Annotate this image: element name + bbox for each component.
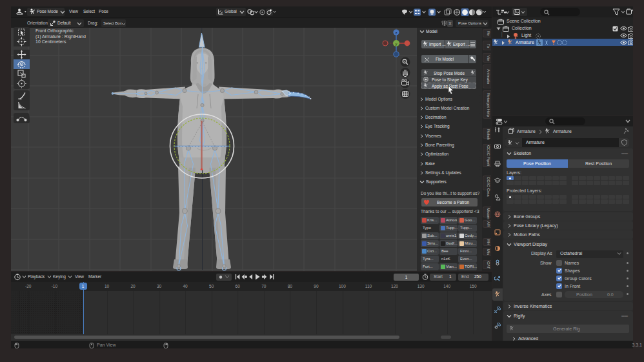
svg-text:z: z xyxy=(396,31,397,35)
svg-text:y: y xyxy=(396,42,397,46)
